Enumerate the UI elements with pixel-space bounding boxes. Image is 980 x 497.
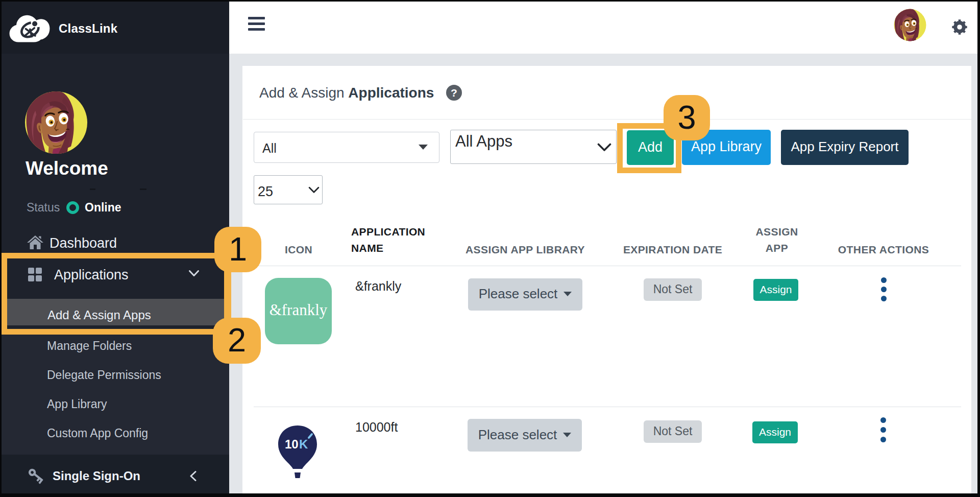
svg-text:K: K	[299, 437, 308, 451]
svg-text:10: 10	[285, 437, 299, 451]
